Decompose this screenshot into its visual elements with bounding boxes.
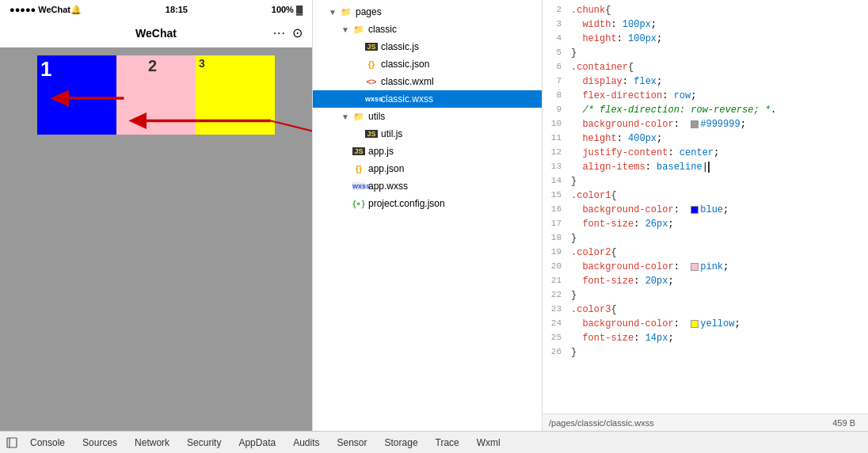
classic-wxss-icon: wxss [365, 95, 378, 103]
tree-item-classic-json[interactable]: {} classic.json [313, 55, 542, 73]
app-json-icon: {} [352, 164, 365, 173]
app-js-label: app.js [368, 146, 394, 157]
tab-wxml[interactable]: Wxml [469, 435, 508, 451]
app-wxss-icon: wxss [352, 182, 365, 190]
tab-security[interactable]: Security [179, 435, 229, 451]
devtools-icon [6, 437, 17, 448]
app-wxss-label: app.wxss [368, 181, 408, 192]
tab-appdata[interactable]: AppData [230, 435, 284, 451]
code-line-19: 19 .color2{ [542, 246, 868, 260]
swatch-yellow [691, 320, 699, 328]
swatch-blue [691, 206, 699, 214]
swatch-pink [691, 263, 699, 271]
code-line-10: 10 background-color: #999999; [542, 117, 868, 131]
classic-js-label: classic.js [381, 41, 419, 52]
target-icon[interactable]: ⊙ [292, 25, 303, 40]
project-config-label: project.config.json [368, 198, 445, 209]
svg-rect-3 [7, 438, 17, 447]
pages-label: pages [356, 6, 382, 17]
tab-sensor[interactable]: Sensor [329, 435, 375, 451]
svg-line-2 [271, 121, 312, 132]
tab-console[interactable]: Console [22, 435, 73, 451]
tab-trace[interactable]: Trace [428, 435, 467, 451]
classic-folder-icon: 📁 [352, 25, 365, 35]
util-js-label: util.js [381, 128, 402, 139]
code-line-2: 2 .chunk{ [542, 3, 868, 17]
time-display: 18:15 [166, 5, 188, 14]
chunk-1: 1 [37, 55, 116, 135]
code-line-14: 14 } [542, 174, 868, 188]
status-path: /pages/classic/classic.wxss [549, 418, 832, 428]
phone-right-icons: ··· ⊙ [273, 25, 303, 40]
code-line-21: 21 font-size: 20px; [542, 274, 868, 288]
signal-indicator: ●●●●● WeChat🔔 [10, 5, 82, 15]
code-line-8: 8 flex-direction: row; [542, 89, 868, 103]
app-json-label: app.json [368, 163, 404, 174]
code-line-17: 17 font-size: 26px; [542, 217, 868, 231]
phone-title-bar: WeChat ··· ⊙ [0, 19, 312, 48]
code-line-18: 18 } [542, 231, 868, 246]
classic-label: classic [368, 24, 397, 35]
chunk3-label: 3 [199, 57, 205, 70]
code-line-9: 9 /* flex-direction: row-reverse; *. [542, 103, 868, 117]
classic-wxss-label: classic.wxss [381, 93, 433, 105]
code-line-4: 4 height: 100px; [542, 32, 868, 46]
code-line-12: 12 justify-content: center; [542, 146, 868, 160]
pages-folder-icon: 📁 [340, 7, 352, 17]
chunk1-label: 1 [40, 57, 51, 82]
tree-item-classic-wxss[interactable]: wxss classic.wxss [313, 90, 542, 108]
tree-item-util-js[interactable]: JS util.js [313, 125, 542, 143]
tree-item-utils[interactable]: ▼ 📁 utils [313, 108, 542, 125]
classic-json-icon: {} [365, 59, 378, 69]
menu-dots-icon[interactable]: ··· [273, 26, 286, 40]
utils-label: utils [368, 111, 385, 122]
util-js-icon: JS [365, 130, 378, 138]
classic-json-label: classic.json [381, 59, 429, 70]
battery-display: 100% ▓ [272, 5, 303, 14]
tab-network[interactable]: Network [127, 435, 177, 451]
file-panel: ▼ 📁 pages ▼ 📁 classic JS classic.js {} c… [313, 0, 542, 431]
classic-arrow: ▼ [341, 25, 351, 34]
tree-item-pages[interactable]: ▼ 📁 pages [313, 3, 542, 21]
chunk2-label: 2 [148, 57, 157, 75]
file-tree: ▼ 📁 pages ▼ 📁 classic JS classic.js {} c… [313, 0, 542, 215]
status-size: 459 B [832, 418, 855, 428]
bottom-tab-bar: Console Sources Network Security AppData… [0, 431, 868, 453]
tree-item-project-config[interactable]: {∘} project.config.json [313, 195, 542, 212]
tree-item-classic[interactable]: ▼ 📁 classic [313, 21, 542, 38]
app-js-icon: JS [352, 147, 365, 155]
code-panel: 2 .chunk{ 3 width: 100px; 4 height: 100p… [542, 0, 868, 431]
pages-arrow: ▼ [329, 8, 338, 17]
tree-item-app-json[interactable]: {} app.json [313, 160, 542, 177]
code-line-20: 20 background-color: pink; [542, 260, 868, 274]
swatch-999 [691, 120, 699, 128]
code-line-25: 25 font-size: 14px; [542, 331, 868, 345]
phone-screen: 1 2 3 [0, 48, 312, 431]
code-line-3: 3 width: 100px; [542, 17, 868, 32]
utils-arrow: ▼ [341, 112, 351, 121]
tab-storage[interactable]: Storage [377, 435, 426, 451]
tree-item-classic-js[interactable]: JS classic.js [313, 38, 542, 55]
tree-item-classic-wxml[interactable]: <> classic.wxml [313, 73, 542, 90]
utils-folder-icon: 📁 [352, 112, 365, 122]
chunk-3: 3 [196, 55, 275, 135]
code-line-22: 22 } [542, 288, 868, 303]
phone-content-area: 1 2 3 [0, 48, 312, 431]
code-line-13: 13 align-items: baseline| [542, 160, 868, 174]
tree-item-app-js[interactable]: JS app.js [313, 143, 542, 160]
main-area: ●●●●● WeChat🔔 18:15 100% ▓ WeChat ··· ⊙ … [0, 0, 868, 431]
code-line-15: 15 .color1{ [542, 188, 868, 203]
classic-wxml-label: classic.wxml [381, 76, 434, 87]
code-content[interactable]: 2 .chunk{ 3 width: 100px; 4 height: 100p… [542, 0, 868, 413]
code-line-11: 11 height: 400px; [542, 131, 868, 146]
phone-status-bar: ●●●●● WeChat🔔 18:15 100% ▓ [0, 0, 312, 19]
chunk-2: 2 [116, 55, 196, 135]
project-config-icon: {∘} [352, 199, 365, 209]
code-line-6: 6 .container{ [542, 60, 868, 74]
code-line-7: 7 display: flex; [542, 74, 868, 89]
tab-sources[interactable]: Sources [74, 435, 125, 451]
devtools-icon-btn[interactable] [3, 434, 21, 451]
classic-js-icon: JS [365, 43, 378, 51]
tree-item-app-wxss[interactable]: wxss app.wxss [313, 177, 542, 195]
tab-audits[interactable]: Audits [285, 435, 327, 451]
